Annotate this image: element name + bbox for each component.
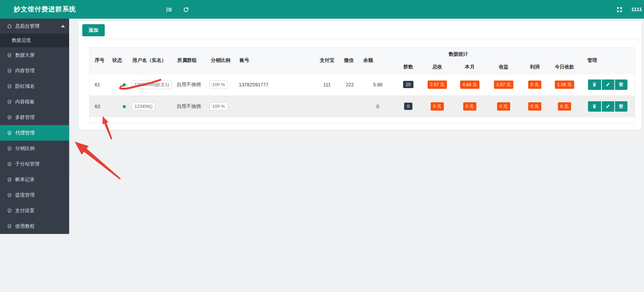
col-header-username: 用户名（实名）	[128, 48, 172, 74]
shield-check-icon	[7, 130, 12, 136]
shield-check-icon	[7, 177, 12, 182]
today-income-badge: 0 元	[558, 102, 571, 111]
cell-balance: 5.88	[361, 74, 395, 95]
total-income-badge: 0 元	[431, 102, 444, 111]
sidebar-item-data-overview[interactable]: 数据总览	[0, 34, 69, 47]
status-dot	[123, 105, 126, 108]
sidebar-item-label: 使用教程	[15, 223, 35, 229]
cell-account	[235, 95, 315, 117]
sidebar-item-payment-settings[interactable]: 支付设置	[0, 203, 69, 218]
sidebar-item-tutorial[interactable]: 使用教程	[0, 218, 69, 234]
add-button[interactable]: 添加	[82, 24, 105, 36]
col-header-group: 所属群组	[172, 48, 206, 74]
cell-alipay: 111	[315, 74, 339, 95]
shield-check-icon	[7, 68, 12, 74]
cell-wechat: 222	[339, 74, 361, 95]
col-header-today-income: 今日收款	[549, 61, 580, 74]
sidebar-nav: 总后台管理 数据总览 数据大屏 内容管理 防红域名 内容模板 多群管理 代理管理…	[0, 19, 69, 234]
sidebar-item-substation-mgmt[interactable]: 子分站管理	[0, 156, 69, 172]
chevron-up-icon	[61, 25, 65, 27]
cell-id: 61	[90, 74, 108, 95]
cell-wechat	[339, 95, 361, 117]
agent-table: 序号 状态 用户名（实名） 所属群组 分销比例 账号 支付宝 微信 余额 数据统…	[89, 47, 635, 123]
col-header-manage: 管理	[580, 48, 635, 74]
toolbar-card: 添加	[79, 21, 641, 39]
shield-check-icon	[7, 208, 12, 214]
home-icon	[7, 23, 12, 29]
sidebar-item-bill-records[interactable]: 帐单记录	[0, 172, 69, 187]
shield-check-icon	[7, 115, 12, 120]
month-income-badge: 4.88 元	[460, 81, 479, 89]
profit-badge: 0 元	[528, 81, 541, 89]
edit-button[interactable]	[601, 79, 614, 90]
sidebar-item-agent-mgmt[interactable]: 代理管理	[0, 125, 69, 141]
group-count-badge: 20	[403, 81, 413, 88]
col-header-account: 账号	[235, 48, 315, 74]
sidebar-item-label: 内容模板	[15, 99, 35, 105]
delete-button[interactable]	[588, 101, 601, 112]
sidebar-item-content-mgmt[interactable]: 内容管理	[0, 63, 69, 78]
sidebar-item-label: 数据大屏	[15, 52, 35, 58]
shield-check-icon	[7, 224, 12, 229]
login-button[interactable]: 登	[614, 101, 627, 112]
table-header: 序号 状态 用户名（实名） 所属群组 分销比例 账号 支付宝 微信 余额 数据统…	[90, 48, 635, 74]
sidebar-item-data-screen[interactable]: 数据大屏	[0, 47, 69, 63]
edit-button[interactable]	[601, 101, 614, 112]
cell-group: 自用不抽佣	[172, 95, 206, 117]
col-header-wechat: 微信	[339, 48, 361, 74]
earnings-badge: 0 元	[497, 102, 510, 111]
sidebar-item-withdraw-mgmt[interactable]: 提现管理	[0, 187, 69, 203]
month-income-badge: 0 元	[463, 102, 476, 111]
edge-artifact	[69, 124, 70, 176]
status-dot	[123, 83, 126, 86]
app-title: 妙文馆付费进群系统	[14, 5, 145, 14]
col-header-this-month: 本月	[453, 61, 486, 74]
shield-check-icon	[7, 192, 12, 198]
col-header-earnings: 收益	[486, 61, 521, 74]
user-menu[interactable]: 1111	[630, 0, 643, 19]
refresh-icon[interactable]	[183, 7, 189, 13]
shield-check-icon	[7, 146, 12, 151]
login-button[interactable]: 登	[614, 79, 627, 90]
username-field[interactable]: 13055000(妙文1)	[132, 80, 172, 89]
cell-alipay	[315, 95, 339, 117]
col-header-profit: 利润	[521, 61, 549, 74]
cell-balance: 0	[361, 95, 395, 117]
sidebar-item-label: 提现管理	[15, 192, 35, 198]
menu-collapse-icon[interactable]	[166, 7, 172, 13]
sidebar-item-distribution-ratio[interactable]: 分销比例	[0, 141, 69, 156]
fullscreen-icon[interactable]	[616, 7, 623, 13]
sidebar-item-multi-group[interactable]: 多群管理	[0, 110, 69, 125]
ratio-field[interactable]: 100 %	[209, 102, 228, 110]
sidebar-item-label: 子分站管理	[15, 161, 39, 167]
login-button-label: 登	[619, 82, 623, 88]
sidebar-item-label: 支付设置	[15, 208, 35, 214]
sidebar-item-label: 帐单记录	[15, 177, 35, 183]
cell-account: 13782591777	[235, 74, 315, 95]
col-group-header-stats: 数据统计	[395, 48, 580, 61]
sidebar-item-label: 代理管理	[15, 130, 35, 136]
sidebar-item-label: 分销比例	[15, 145, 35, 152]
col-header-alipay: 支付宝	[315, 48, 339, 74]
username-field[interactable]: 123456()	[132, 102, 155, 110]
sidebar-item-label: 内容管理	[15, 68, 35, 74]
delete-button[interactable]	[588, 79, 601, 90]
ratio-field[interactable]: 100 %	[209, 81, 228, 88]
col-header-balance: 余额	[361, 48, 395, 74]
cell-id: 63	[90, 95, 108, 117]
col-header-id: 序号	[90, 48, 108, 74]
col-header-ratio: 分销比例	[206, 48, 235, 74]
red-arrow-big-head	[75, 142, 89, 154]
sidebar-item-antired-domain[interactable]: 防红域名	[0, 78, 69, 94]
group-count-badge: 0	[404, 103, 412, 110]
col-header-group-count: 群数	[395, 61, 421, 74]
sidebar-item-content-template[interactable]: 内容模板	[0, 94, 69, 110]
login-button-label: 登	[619, 103, 623, 110]
sidebar-item-admin-root[interactable]: 总后台管理	[0, 19, 69, 34]
table-row: 61 13055000(妙文1) 自用不抽佣 100 % 13782591777…	[90, 74, 635, 95]
shield-check-icon	[7, 161, 12, 167]
col-header-total-income: 总收	[421, 61, 453, 74]
earnings-badge: 2.57 元	[494, 81, 513, 89]
today-income-badge: 1.08 元	[555, 81, 574, 89]
profit-badge: 0 元	[528, 102, 541, 111]
